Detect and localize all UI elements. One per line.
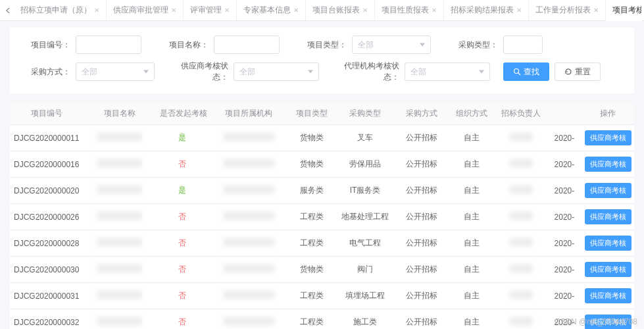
search-button[interactable]: 查找 [503,63,549,81]
supplier-review-button[interactable]: 供应商考核 [585,157,632,172]
cell-date: 2020- [548,178,581,204]
cell-action: 供应商考核 [581,230,634,257]
cell-buy: 劳保用品 [335,151,395,178]
table-row: DJCG2020000028否工程类电气工程公开招标自主2020-供应商考核 [10,230,634,257]
cell-project-no: DJCG2020000026 [10,204,83,230]
cell-method: 公开招标 [395,125,449,151]
tab-bar: 招标立项申请（原）✕供应商审批管理✕评审管理✕专家基本信息✕项目台账报表✕项目性… [0,0,644,21]
table-header-row: 项目编号 项目名称 是否发起考核 项目所属机构 项目类型 采购类型 采购方式 组… [10,103,634,125]
cell-flag: 否 [156,230,209,257]
col-orgmode: 组织方式 [448,103,495,125]
cell-org [209,178,289,204]
cell-project-name [83,204,156,230]
select-agency-status[interactable]: 全部 [405,63,490,81]
refresh-icon [564,68,572,76]
tab-label: 专家基本信息 [243,5,291,16]
tab-2[interactable]: 评审管理✕ [184,0,237,21]
cell-date: 2020- [548,204,581,230]
supplier-review-button[interactable]: 供应商考核 [585,288,632,303]
cell-action: 供应商考核 [581,178,634,204]
cell-project-name [83,257,156,283]
cell-org [209,309,289,330]
cell-flag: 是 [156,125,209,151]
search-icon [513,68,521,76]
label-purchase-type: 采购类型： [444,39,503,51]
cell-method: 公开招标 [395,283,449,309]
tab-1[interactable]: 供应商审批管理✕ [107,0,184,21]
tab-5[interactable]: 项目性质报表✕ [375,0,444,21]
supplier-review-button[interactable]: 供应商考核 [585,262,632,277]
tab-label: 供应商审批管理 [113,5,168,16]
cell-buy: 施工类 [335,309,395,330]
cell-flag: 否 [156,257,209,283]
cell-owner [495,178,548,204]
reset-button[interactable]: 重置 [555,63,601,81]
input-project-no[interactable] [76,36,141,54]
data-table: 项目编号 项目名称 是否发起考核 项目所属机构 项目类型 采购类型 采购方式 组… [10,103,634,329]
close-icon[interactable]: ✕ [224,7,230,14]
select-project-type[interactable]: 全部 [352,36,431,54]
close-icon[interactable]: ✕ [362,7,368,14]
tab-7[interactable]: 工作量分析报表✕ [529,0,606,21]
cell-org [209,204,289,230]
tabs-scroll-left[interactable] [3,7,14,14]
close-icon[interactable]: ✕ [432,7,437,14]
cell-method: 公开招标 [395,309,449,330]
close-icon[interactable]: ✕ [293,7,299,14]
data-table-wrap: 项目编号 项目名称 是否发起考核 项目所属机构 项目类型 采购类型 采购方式 组… [10,103,634,329]
tab-label: 招标采购结果报表 [451,5,514,16]
table-row: DJCG2020000020是服务类IT服务类公开招标自主2020-供应商考核 [10,178,634,204]
close-icon[interactable]: ✕ [94,7,99,14]
close-icon[interactable]: ✕ [593,7,599,14]
tab-6[interactable]: 招标采购结果报表✕ [444,0,529,21]
watermark: CSDN @m0_67544708 [555,317,637,326]
cell-orgmode: 自主 [448,309,495,330]
supplier-review-button[interactable]: 供应商考核 [585,183,632,198]
svg-line-1 [518,73,520,75]
select-purchase-method[interactable]: 全部 [76,63,155,81]
label-project-type: 项目类型： [293,39,352,51]
tab-label: 项目考核分派 [612,5,641,16]
cell-org [209,283,289,309]
cell-buy: 叉车 [335,125,395,151]
cell-action: 供应商考核 [581,125,634,151]
cell-orgmode: 自主 [448,204,495,230]
input-purchase-type[interactable] [503,36,543,54]
table-row: DJCG2020000031否工程类填埋场工程公开招标自主2020-供应商考核 [10,283,634,309]
supplier-review-button[interactable]: 供应商考核 [585,236,632,251]
cell-ptype: 工程类 [289,309,335,330]
supplier-review-button[interactable]: 供应商考核 [585,130,632,145]
cell-buy: 填埋场工程 [335,283,395,309]
col-project-no: 项目编号 [10,103,83,125]
col-ptype: 项目类型 [289,103,335,125]
tab-4[interactable]: 项目台账报表✕ [306,0,375,21]
tab-label: 项目台账报表 [312,5,360,16]
cell-owner [495,125,548,151]
label-project-no: 项目编号： [16,39,76,51]
close-icon[interactable]: ✕ [171,7,176,14]
input-project-name[interactable] [214,36,280,54]
cell-project-name [83,125,156,151]
cell-action: 供应商考核 [581,283,634,309]
col-project-name: 项目名称 [83,103,156,125]
cell-owner [495,309,548,330]
cell-org [209,257,289,283]
col-buy: 采购类型 [335,103,395,125]
tab-8[interactable]: 项目考核分派✕ [606,0,641,21]
filter-panel: 项目编号： 项目名称： 项目类型：全部 采购类型： 采购方式：全部 供应商考核状… [10,28,634,93]
cell-owner [495,204,548,230]
label-agency-status: 代理机构考核状态： [332,61,405,83]
tab-0[interactable]: 招标立项申请（原）✕ [14,0,107,21]
close-icon[interactable]: ✕ [516,7,522,14]
cell-method: 公开招标 [395,257,449,283]
cell-method: 公开招标 [395,178,449,204]
tab-3[interactable]: 专家基本信息✕ [237,0,306,21]
select-supplier-status[interactable]: 全部 [234,63,319,81]
tab-label: 工作量分析报表 [535,5,591,16]
cell-date: 2020- [548,257,581,283]
table-row: DJCG2020000026否工程类地基处理工程公开招标自主2020-供应商考核 [10,204,634,230]
table-row: DJCG2020000032否工程类施工类公开招标自主2020-供应商考核 [10,309,634,330]
supplier-review-button[interactable]: 供应商考核 [585,209,632,224]
cell-buy: IT服务类 [335,178,395,204]
cell-project-no: DJCG2020000011 [10,125,83,151]
